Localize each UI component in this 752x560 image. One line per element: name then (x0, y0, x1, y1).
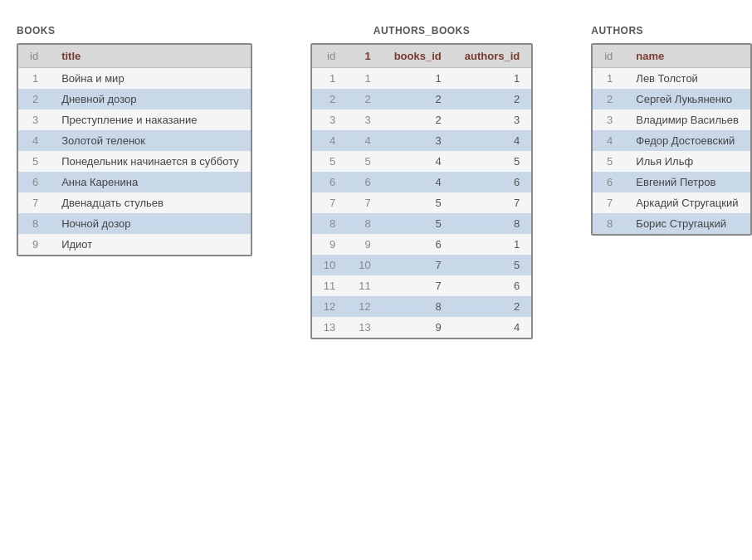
authors-col-id: id (593, 45, 624, 68)
books-header-row: id title (18, 45, 251, 68)
table-row: 6 Евгений Петров (593, 172, 750, 192)
table-row: 11 11 7 6 (312, 275, 531, 296)
authors-cell-id: 3 (593, 110, 624, 130)
table-row: 2 2 2 2 (312, 89, 531, 110)
ab-cell-authors-id: 6 (453, 275, 531, 296)
authors-books-label: AUTHORS_BOOKS (310, 25, 533, 37)
ab-cell-id: 12 (312, 296, 347, 317)
ab-cell-n: 13 (347, 317, 382, 338)
table-row: 3 3 2 3 (312, 110, 531, 130)
ab-cell-n: 3 (347, 110, 382, 130)
table-row: 2 Дневной дозор (18, 89, 251, 110)
books-cell-title: Идиот (50, 234, 251, 255)
table-row: 8 Ночной дозор (18, 213, 251, 234)
ab-cell-authors-id: 7 (453, 192, 531, 213)
authors-header-row: id name (593, 45, 750, 68)
table-row: 13 13 9 4 (312, 317, 531, 338)
books-cell-title: Ночной дозор (50, 213, 251, 234)
table-row: 6 6 4 6 (312, 172, 531, 192)
table-row: 8 8 5 8 (312, 213, 531, 234)
ab-cell-authors-id: 2 (453, 89, 531, 110)
table-row: 4 4 3 4 (312, 130, 531, 151)
table-row: 5 Понедельник начинается в субботу (18, 151, 251, 172)
ab-col-id: id (312, 45, 347, 68)
books-cell-id: 3 (18, 110, 50, 130)
books-cell-title: Преступление и наказание (50, 110, 251, 130)
books-cell-title: Двенадцать стульев (50, 192, 251, 213)
books-cell-title: Анна Каренина (50, 172, 251, 192)
authors-cell-id: 6 (593, 172, 624, 192)
authors-cell-name: Борис Стругацкий (624, 213, 750, 234)
ab-cell-n: 8 (347, 213, 382, 234)
books-cell-title: Понедельник начинается в субботу (50, 151, 251, 172)
authors-cell-name: Владимир Васильев (624, 110, 750, 130)
table-row: 1 Война и мир (18, 68, 251, 90)
ab-cell-id: 10 (312, 255, 347, 275)
books-cell-id: 8 (18, 213, 50, 234)
ab-cell-authors-id: 2 (453, 296, 531, 317)
books-cell-id: 5 (18, 151, 50, 172)
table-row: 12 12 8 2 (312, 296, 531, 317)
authors-section: AUTHORS id name 1 Лев Толстой 2 Сергей Л… (591, 25, 752, 236)
table-row: 5 Илья Ильф (593, 151, 750, 172)
table-row: 2 Сергей Лукьяненко (593, 89, 750, 110)
books-col-id: id (18, 45, 50, 68)
ab-cell-authors-id: 1 (453, 68, 531, 90)
authors-col-name: name (624, 45, 750, 68)
ab-cell-authors-id: 3 (453, 110, 531, 130)
ab-cell-n: 4 (347, 130, 382, 151)
ab-cell-n: 6 (347, 172, 382, 192)
books-section: BOOKS id title 1 Война и мир 2 Дневной д… (17, 25, 252, 256)
ab-cell-n: 2 (347, 89, 382, 110)
table-row: 7 Двенадцать стульев (18, 192, 251, 213)
ab-cell-books-id: 5 (383, 213, 453, 234)
ab-cell-n: 5 (347, 151, 382, 172)
authors-cell-name: Сергей Лукьяненко (624, 89, 750, 110)
ab-cell-books-id: 6 (383, 234, 453, 255)
ab-cell-books-id: 9 (383, 317, 453, 338)
ab-cell-books-id: 2 (383, 89, 453, 110)
authors-table: id name 1 Лев Толстой 2 Сергей Лукьяненк… (591, 43, 752, 236)
ab-cell-books-id: 1 (383, 68, 453, 90)
books-cell-id: 4 (18, 130, 50, 151)
ab-cell-authors-id: 6 (453, 172, 531, 192)
ab-header-row: id 1 books_id authors_id (312, 45, 531, 68)
books-cell-title: Война и мир (50, 68, 251, 90)
ab-cell-n: 11 (347, 275, 382, 296)
books-col-title: title (50, 45, 251, 68)
ab-col-books-id: books_id (383, 45, 453, 68)
books-table: id title 1 Война и мир 2 Дневной дозор 3… (17, 43, 252, 256)
books-cell-id: 9 (18, 234, 50, 255)
books-label: BOOKS (17, 25, 56, 37)
authors-books-table: id 1 books_id authors_id 1 1 1 1 2 2 2 2… (310, 43, 533, 339)
ab-cell-authors-id: 8 (453, 213, 531, 234)
table-row: 10 10 7 5 (312, 255, 531, 275)
page-container: BOOKS id title 1 Война и мир 2 Дневной д… (17, 17, 735, 339)
authors-cell-id: 5 (593, 151, 624, 172)
ab-cell-id: 8 (312, 213, 347, 234)
authors-books-section: AUTHORS_BOOKS id 1 books_id authors_id 1… (310, 25, 533, 339)
authors-cell-name: Лев Толстой (624, 68, 750, 90)
ab-cell-authors-id: 5 (453, 255, 531, 275)
authors-cell-id: 2 (593, 89, 624, 110)
table-row: 5 5 4 5 (312, 151, 531, 172)
books-cell-id: 6 (18, 172, 50, 192)
ab-cell-id: 5 (312, 151, 347, 172)
ab-cell-books-id: 4 (383, 172, 453, 192)
ab-cell-id: 1 (312, 68, 347, 90)
ab-cell-books-id: 8 (383, 296, 453, 317)
ab-cell-authors-id: 4 (453, 317, 531, 338)
ab-cell-id: 2 (312, 89, 347, 110)
authors-cell-id: 1 (593, 68, 624, 90)
ab-cell-id: 9 (312, 234, 347, 255)
ab-col-n: 1 (347, 45, 382, 68)
books-cell-id: 1 (18, 68, 50, 90)
table-row: 7 Аркадий Стругацкий (593, 192, 750, 213)
authors-cell-name: Евгений Петров (624, 172, 750, 192)
authors-cell-name: Аркадий Стругацкий (624, 192, 750, 213)
books-cell-title: Золотой теленок (50, 130, 251, 151)
ab-cell-id: 6 (312, 172, 347, 192)
table-row: 3 Преступление и наказание (18, 110, 251, 130)
ab-col-authors-id: authors_id (453, 45, 531, 68)
table-row: 8 Борис Стругацкий (593, 213, 750, 234)
